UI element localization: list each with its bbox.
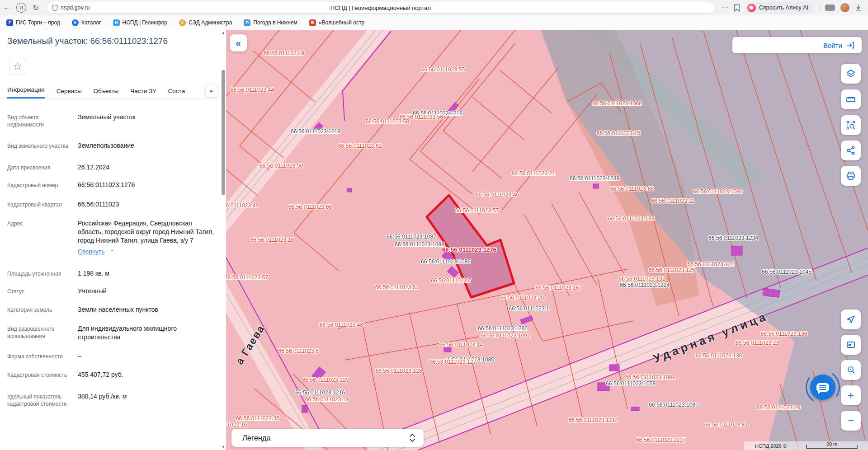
share-icon [846,145,856,155]
fields-list: Вид объекта недвижимости Земельный участ… [7,113,214,408]
zoom-in-button[interactable]: + [841,385,861,405]
ruler-tool-button[interactable] [841,89,861,109]
parcel-label: 66:56:0111023:136 [760,331,807,337]
panel-scrollbar[interactable] [222,70,225,195]
parcel-label: 66:56:0111023:1224 [620,282,670,288]
tab-composition[interactable]: Соста [168,88,185,98]
print-tool-button[interactable] [841,166,861,186]
refresh-icon[interactable]: ↻ [29,4,42,12]
parcel-label: 66:56:0111023:1276 [442,246,496,253]
bookmark-item[interactable]: Н НСПД | Геоинфор [113,19,167,26]
divider [819,4,820,12]
area-search-tool-button[interactable] [841,115,861,135]
bookmark-label: НСПД | Геоинфор [123,19,167,26]
sidebar-panel-icon[interactable] [825,5,835,11]
legend-toggle[interactable]: Легенда [231,429,424,447]
parcel-label: 66:56:0111023:44 [231,87,274,93]
parcel-label: 66:56:0111023:125 [648,267,695,273]
back-icon[interactable]: ← [0,4,14,12]
yandex-browser-icon[interactable]: Я [16,3,26,13]
overview-map-tool-button[interactable] [841,335,861,355]
cadastral-map[interactable]: 66:56:0111023:966:56:0111023:5566:56:011… [226,30,868,450]
field-row: Вид разрешенного использования Для индив… [7,324,214,342]
location-search-icon [846,365,856,375]
bookmark-item[interactable]: В «Волшебный остр [309,19,364,26]
more-icon[interactable]: ⋯ [722,4,728,12]
layers-tool-button[interactable] [841,64,861,84]
login-button[interactable]: Войти [732,37,862,53]
parcel-label: 66:56:0111023:1239 [570,175,619,182]
login-label: Войти [823,42,842,49]
tab-objects[interactable]: Объекты [94,88,119,98]
login-icon [846,41,855,50]
parcel-label: 66:56:0111023:1086 [421,258,471,265]
field-label: Площадь уточненная [7,269,71,278]
field-value: Российская Федерация, Свердловская облас… [71,219,214,256]
page-title: НСПД | Геоинформационный портал [47,5,715,11]
parcel-label: 66:56:0111023:128 [375,368,422,374]
object-info-panel: Земельный участок: 66:56:0111023:1276 Ин… [0,30,226,450]
parcel-label: 66:56:0111023:1091 [625,374,675,380]
download-icon[interactable] [855,4,862,11]
toolbar-right: ⋯ Спросить Алису AI [715,2,868,14]
chat-button[interactable] [810,375,835,400]
zoom-out-button[interactable]: − [841,411,861,431]
map-area[interactable]: 66:56:0111023:966:56:0111023:5566:56:011… [226,30,868,450]
field-label: Удельный показатель кадастровой стоимост… [7,392,71,408]
field-label: Вид земельного участка [7,141,71,150]
parcel-label: 66:56:0111023:1045 [762,269,811,275]
parcel-label: 66:56:0111022:35 [236,415,280,422]
tab-information[interactable]: Информация [7,86,45,98]
collapse-panel-button[interactable]: « [230,34,247,52]
ask-alice-button[interactable]: Спросить Алису AI [745,2,814,14]
bookmark-item[interactable]: П Погода в Нижнем [244,19,297,26]
bookmark-item[interactable]: К Каталог [72,19,101,26]
expand-collapse-icon [409,433,415,443]
parcel-label: 66:56:0111023:46 [476,192,519,198]
field-label: Кадастровый квартал [7,200,71,209]
field-row-address: Адрес Российская Федерация, Свердловская… [7,219,214,256]
location-search-tool-button[interactable] [841,360,861,380]
parcel-label: 66:56:0111023:19 [305,396,349,403]
field-value: 66:56:0111023:1276 [71,181,214,189]
geolocation-tool-button[interactable] [841,309,861,329]
field-row: Статус Учтенный [7,287,214,295]
browser-toolbar: ← Я ↻ nspd.gov.ru НСПД | Геоинформационн… [0,0,868,16]
field-row: Дата присвоения 26.12.2024 [7,163,214,172]
area-search-icon [846,120,856,130]
tab-services[interactable]: Сервисы [57,88,82,98]
favorite-button[interactable] [9,58,26,75]
tabs-scroll-right-button[interactable]: ▸ [206,85,217,97]
parcel-label: 66:56:0111023:1219 [291,128,340,135]
parcel-label: 66:56:0111023:1216 [295,389,345,396]
bookmark-item[interactable]: С СЭД Администра [179,19,232,26]
parcel-label: 66:56:0111023:1087 [387,234,436,240]
parcel-label: 66:56:0111023:68 [610,186,654,192]
panel-scroll-down-icon[interactable]: ▼ [222,445,225,449]
field-label: Кадастровая стоимость [7,370,71,379]
field-label: Категория земель [7,305,71,314]
parcel-label: 66:56:0111023:15 [597,130,641,136]
address-bar[interactable]: nspd.gov.ru НСПД | Геоинформационный пор… [46,2,715,14]
bookmark-label: Погода в Нижнем [253,19,297,26]
layers-icon [846,69,856,79]
ask-alice-label: Спросить Алису AI [759,5,808,11]
parcel-label: 66:56:0111023:21 [512,170,556,177]
favicon: Н [113,19,120,26]
field-value: Земельный участок [71,113,214,128]
field-row: Вид объекта недвижимости Земельный участ… [7,113,214,128]
tab-parcel-parts[interactable]: Части ЗУ [130,88,156,98]
field-row: Вид земельного участка Землепользование [7,141,214,150]
profile-avatar[interactable] [840,3,849,12]
share-tool-button[interactable] [841,141,861,160]
parcel-label: 66:56:0111023:1260 [478,325,528,332]
parcel-label: 66:56:0111023:130 [695,352,742,359]
panel-scroll-up-icon[interactable]: ▲ [222,31,225,35]
parcel-label: 66:56:0111023:127 [429,359,476,365]
chevron-up-icon[interactable]: ⌃ [110,249,114,254]
field-value: 26.12.2024 [71,163,214,172]
collapse-address-link[interactable]: Свернуть [78,248,104,255]
bookmark-icon[interactable] [734,4,740,12]
bookmark-item[interactable]: Г ГИС Торги – прод [6,19,60,26]
parcel-label: 66:56:0111023:57 [455,207,499,214]
